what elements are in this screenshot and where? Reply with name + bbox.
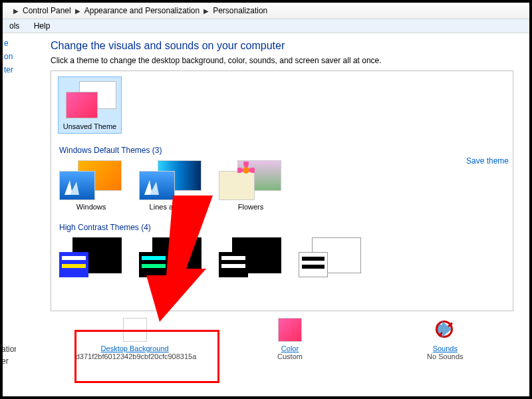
svg-point-0	[243, 167, 249, 174]
theme-label: Windows	[59, 203, 123, 211]
flower-icon	[237, 162, 255, 179]
color-swatch-icon	[278, 318, 302, 342]
section-default-label: Windows Default Themes (3)	[59, 146, 506, 155]
theme-label: Unsaved Theme	[63, 122, 117, 130]
chevron-right-icon: ▶	[13, 7, 19, 15]
sounds-icon	[433, 318, 457, 342]
theme-unsaved[interactable]: Unsaved Theme	[58, 76, 122, 134]
save-theme-link[interactable]: Save theme	[466, 156, 509, 166]
svg-point-2	[249, 168, 255, 173]
seealso-link[interactable]: ation	[3, 344, 13, 354]
svg-point-3	[237, 168, 243, 173]
desktop-background-sub: d371f2bf6012342b9cbf20cfc908315a	[76, 352, 194, 360]
crumb-appearance[interactable]: Appearance and Personalization	[84, 6, 200, 15]
color-label[interactable]: Color	[281, 344, 299, 352]
chevron-right-icon: ▶	[203, 7, 209, 15]
sidebar-link[interactable]: ters	[4, 65, 12, 74]
main-content: Change the visuals and sounds on your co…	[13, 33, 529, 394]
theme-hc-white[interactable]	[299, 237, 362, 280]
color-link[interactable]: Color Custom	[227, 315, 353, 367]
fan-icon	[143, 178, 163, 196]
theme-lines[interactable]: Lines and col	[139, 160, 203, 211]
section-hc-label: High Contrast Themes (4)	[59, 223, 506, 232]
theme-preview-front	[66, 92, 98, 118]
bottom-settings: Desktop Background d371f2bf6012342b9cbf2…	[51, 311, 529, 367]
theme-label: Lines and col	[139, 203, 203, 211]
theme-hc2[interactable]	[139, 237, 203, 280]
chevron-right-icon: ▶	[75, 7, 80, 15]
theme-hc-black[interactable]	[219, 237, 283, 280]
page-title: Change the visuals and sounds on your co…	[51, 40, 529, 52]
desktop-background-link[interactable]: Desktop Background d371f2bf6012342b9cbf2…	[72, 315, 198, 367]
fan-icon	[63, 178, 83, 196]
themes-container: Unsaved Theme Save theme Windows Default…	[51, 70, 513, 311]
sidebar-link[interactable]: e	[4, 39, 12, 48]
menu-tools[interactable]: ols	[9, 21, 19, 31]
crumb-control-panel[interactable]: Control Panel	[23, 6, 71, 15]
color-sub: Custom	[231, 352, 349, 360]
sidebar-link[interactable]: ons	[4, 52, 12, 61]
svg-point-1	[243, 162, 249, 168]
menubar: ols Help	[3, 19, 529, 33]
desktop-background-label[interactable]: Desktop Background	[101, 344, 169, 352]
sounds-sub: No Sounds	[386, 352, 504, 360]
crumb-personalization[interactable]: Personalization	[213, 6, 267, 15]
sounds-link[interactable]: Sounds No Sounds	[382, 315, 508, 367]
page-subtitle: Click a theme to change the desktop back…	[51, 56, 529, 65]
bg-preview-icon	[123, 318, 147, 342]
theme-flowers[interactable]: Flowers	[219, 160, 283, 211]
sidebar: e ons ters ation er	[3, 33, 13, 394]
theme-windows[interactable]: Windows	[59, 160, 123, 211]
sounds-label[interactable]: Sounds	[433, 344, 458, 352]
breadcrumb[interactable]: ▶ Control Panel ▶ Appearance and Persona…	[3, 3, 529, 19]
menu-help[interactable]: Help	[34, 21, 51, 31]
theme-hc1[interactable]	[59, 237, 123, 280]
seealso-link[interactable]: er	[3, 356, 13, 366]
theme-label: Flowers	[219, 203, 283, 211]
